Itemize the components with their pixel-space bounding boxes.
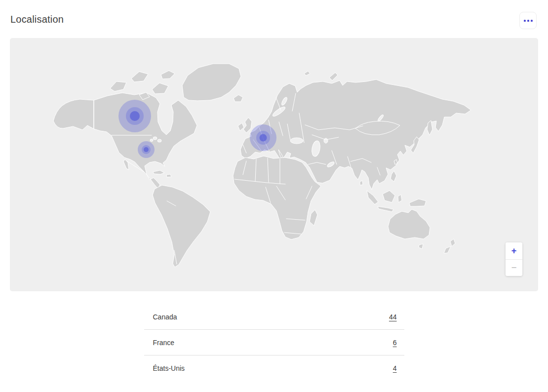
country-value-link[interactable]: 4: [393, 364, 397, 372]
region-tasmania: [419, 244, 423, 249]
zoom-out-button[interactable]: −: [506, 259, 522, 276]
plus-icon: +: [511, 246, 517, 256]
region-new-guinea: [409, 199, 426, 206]
table-row: France 6: [144, 330, 404, 355]
continent-australia: [388, 209, 430, 239]
great-lakes: [150, 139, 153, 142]
bubble-core: [144, 147, 149, 152]
table-row: États-Unis 4: [144, 355, 404, 381]
bubble-core: [260, 134, 267, 142]
continent-africa: [233, 156, 321, 239]
map-bubble-canada[interactable]: [118, 100, 151, 132]
map-bubble-etats-unis[interactable]: [138, 141, 155, 158]
region-great-britain: [243, 118, 252, 133]
country-value-link[interactable]: 44: [389, 313, 397, 321]
region-new-zealand: [444, 239, 455, 253]
country-label: Canada: [153, 313, 177, 321]
region-indonesia: [367, 191, 402, 212]
region-philippines: [391, 171, 396, 182]
continent-south-america: [153, 185, 210, 267]
region-sri-lanka: [360, 181, 363, 185]
country-label: France: [153, 339, 175, 347]
region-madagascar: [310, 210, 317, 226]
country-table: Canada 44 France 6 États-Unis 4: [144, 304, 404, 381]
region-greenland: [182, 64, 241, 101]
world-map-svg: [10, 38, 538, 291]
region-alaska: [53, 99, 94, 130]
widget-menu-button[interactable]: [519, 12, 537, 29]
great-lakes: [157, 139, 161, 142]
map-bubble-france[interactable]: [250, 124, 276, 151]
great-lakes: [153, 137, 157, 140]
table-row: Canada 44: [144, 304, 404, 330]
world-map[interactable]: + −: [10, 38, 538, 291]
ellipsis-icon: [524, 20, 533, 22]
widget-header: Localisation: [0, 0, 548, 29]
map-zoom-control: + −: [506, 242, 522, 276]
region-baja-california: [123, 159, 129, 170]
page-title: Localisation: [10, 14, 64, 25]
region-iceland: [234, 95, 243, 102]
bubble-core: [130, 111, 140, 121]
localisation-widget: Localisation: [0, 0, 548, 392]
black-sea: [290, 138, 303, 144]
region-ireland: [238, 123, 244, 131]
zoom-in-button[interactable]: +: [506, 242, 522, 259]
minus-icon: −: [511, 263, 517, 273]
country-label: États-Unis: [153, 364, 185, 372]
region-arctic-russia-islands: [304, 71, 338, 80]
region-caribbean: [153, 170, 171, 177]
country-value-link[interactable]: 6: [393, 339, 397, 347]
